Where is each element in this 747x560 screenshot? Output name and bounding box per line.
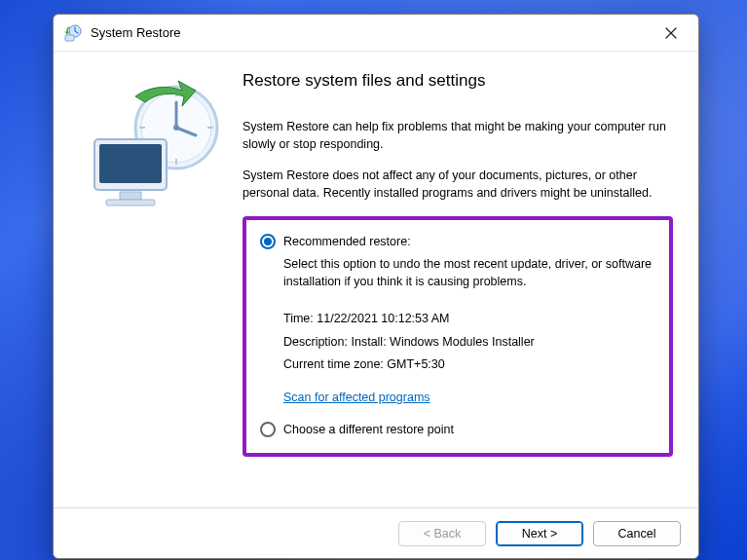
window-title: System Restore bbox=[91, 25, 180, 40]
recommended-restore-label: Recommended restore: bbox=[283, 235, 411, 248]
close-button[interactable] bbox=[650, 19, 692, 48]
svg-rect-14 bbox=[106, 200, 155, 205]
restore-hero-icon bbox=[67, 79, 233, 215]
choose-different-label: Choose a different restore point bbox=[283, 423, 454, 436]
back-button: < Back bbox=[398, 521, 486, 546]
timezone-label: Current time zone: bbox=[283, 357, 384, 371]
restore-options-group: Recommended restore: Select this option … bbox=[243, 216, 673, 458]
next-button[interactable]: Next > bbox=[496, 521, 583, 546]
intro-text-1: System Restore can help fix problems tha… bbox=[243, 118, 673, 153]
recommended-restore-detail: Select this option to undo the most rece… bbox=[283, 255, 654, 290]
system-restore-icon bbox=[63, 23, 83, 43]
timezone-value: GMT+5:30 bbox=[387, 357, 444, 371]
svg-point-6 bbox=[173, 125, 179, 131]
svg-rect-12 bbox=[99, 144, 162, 183]
time-label: Time: bbox=[283, 312, 314, 325]
sidebar bbox=[54, 52, 237, 507]
svg-rect-1 bbox=[65, 35, 74, 41]
system-restore-window: System Restore bbox=[53, 14, 699, 559]
intro-text-2: System Restore does not affect any of yo… bbox=[243, 167, 673, 202]
titlebar: System Restore bbox=[54, 15, 698, 52]
restore-point-metadata: Time: 11/22/2021 10:12:53 AM Description… bbox=[283, 308, 654, 377]
scan-affected-programs-link[interactable]: Scan for affected programs bbox=[283, 391, 430, 404]
choose-different-option[interactable]: Choose a different restore point bbox=[260, 422, 654, 437]
radio-icon bbox=[260, 422, 276, 437]
close-icon bbox=[665, 27, 677, 39]
time-value: 11/22/2021 10:12:53 AM bbox=[317, 312, 449, 325]
window-body: Restore system files and settings System… bbox=[54, 52, 698, 507]
description-value: Install: Windows Modules Installer bbox=[351, 335, 534, 349]
description-label: Description: bbox=[283, 335, 348, 349]
content-pane: Restore system files and settings System… bbox=[237, 52, 698, 507]
wizard-footer: < Back Next > Cancel bbox=[54, 507, 698, 558]
page-heading: Restore system files and settings bbox=[243, 71, 673, 91]
cancel-button[interactable]: Cancel bbox=[593, 521, 681, 546]
svg-rect-13 bbox=[120, 192, 141, 200]
recommended-restore-option[interactable]: Recommended restore: bbox=[260, 234, 654, 249]
radio-icon bbox=[260, 234, 276, 249]
